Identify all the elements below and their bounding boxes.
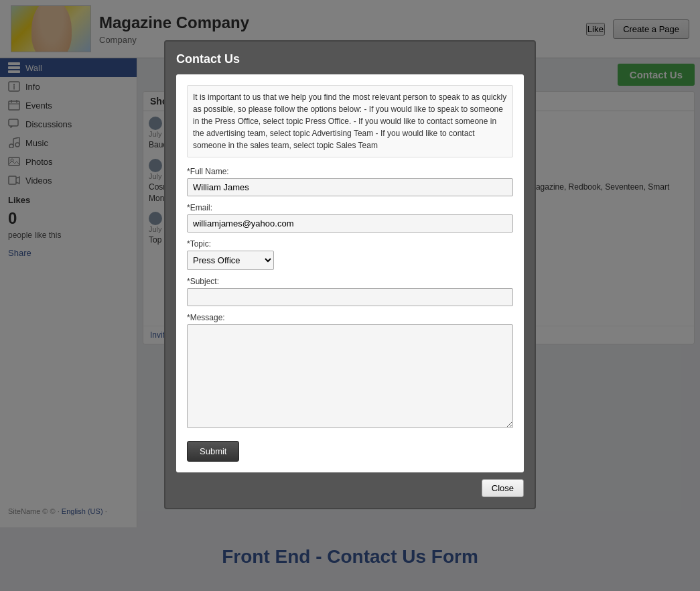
full-name-label: *Full Name: xyxy=(187,167,513,176)
email-text: Email: xyxy=(190,203,212,212)
email-input[interactable] xyxy=(187,214,513,233)
full-name-text: Full Name: xyxy=(190,167,229,176)
message-row: *Message: xyxy=(187,313,513,430)
submit-button[interactable]: Submit xyxy=(187,441,239,462)
subject-label: *Subject: xyxy=(187,277,513,286)
modal-title: Contact Us xyxy=(176,52,524,66)
close-button[interactable]: Close xyxy=(482,479,524,497)
modal-overlay[interactable]: Contact Us It is important to us that we… xyxy=(0,0,700,591)
subject-input[interactable] xyxy=(187,288,513,306)
topic-row: *Topic: Press Office Advertising Team Sa… xyxy=(187,239,513,270)
message-text: Message: xyxy=(190,313,225,322)
subject-row: *Subject: xyxy=(187,277,513,306)
topic-label: *Topic: xyxy=(187,239,513,249)
email-row: *Email: xyxy=(187,203,513,233)
message-label: *Message: xyxy=(187,313,513,322)
modal-info-text: It is important to us that we help you f… xyxy=(187,85,513,157)
full-name-input[interactable] xyxy=(187,178,513,196)
topic-text: Topic: xyxy=(190,239,211,249)
full-name-row: *Full Name: xyxy=(187,167,513,196)
modal-body: It is important to us that we help you f… xyxy=(176,74,524,472)
email-label: *Email: xyxy=(187,203,513,212)
contact-us-modal: Contact Us It is important to us that we… xyxy=(164,40,536,509)
message-textarea[interactable] xyxy=(187,324,513,428)
topic-select[interactable]: Press Office Advertising Team Sales Team xyxy=(187,251,274,270)
subject-text: Subject: xyxy=(190,277,219,286)
modal-footer: Close xyxy=(176,479,524,497)
